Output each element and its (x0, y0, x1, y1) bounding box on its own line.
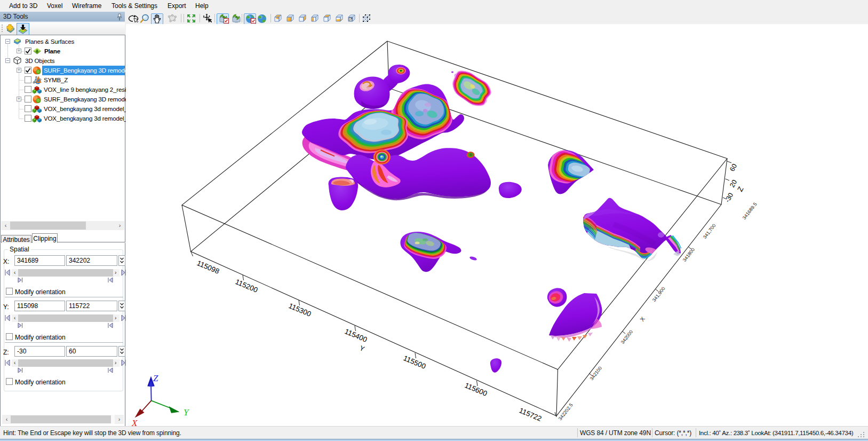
svg-text:Z: Z (736, 185, 745, 193)
svg-text:115500: 115500 (402, 354, 427, 371)
svg-text:341,900: 341,900 (651, 286, 666, 303)
svg-text:115722: 115722 (518, 406, 543, 423)
svg-text:115098: 115098 (196, 259, 220, 275)
svg-text:115200: 115200 (234, 278, 259, 294)
svg-text:342100: 342100 (589, 365, 603, 381)
svg-text:341,700: 341,700 (702, 223, 717, 240)
svg-text:342000: 342000 (620, 329, 634, 345)
svg-text:X: X (639, 316, 646, 323)
svg-text:Y: Y (359, 344, 366, 353)
svg-text:Z: Z (153, 373, 158, 383)
svg-text:-30: -30 (723, 192, 735, 204)
svg-text:341689.5: 341689.5 (742, 201, 758, 220)
svg-text:60: 60 (728, 163, 738, 173)
svg-text:X: X (131, 418, 138, 426)
svg-text:Y: Y (184, 407, 189, 418)
svg-text:341800: 341800 (682, 247, 696, 263)
